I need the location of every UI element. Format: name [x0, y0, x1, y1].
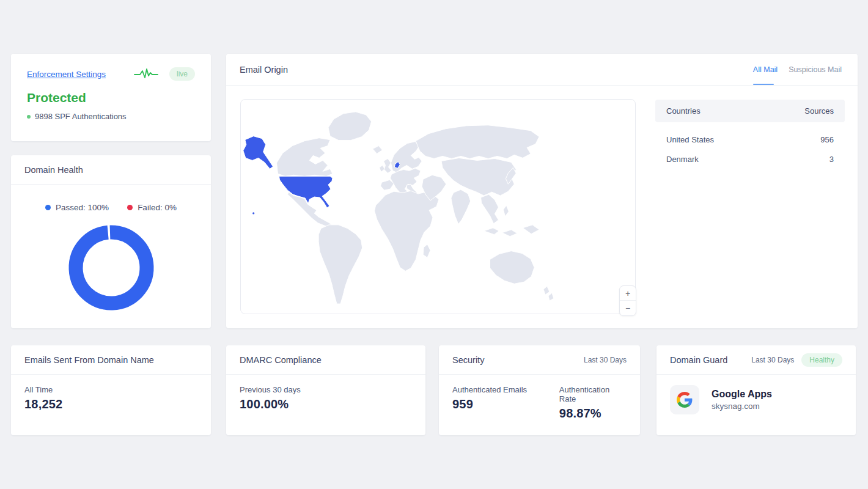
tab-all-mail[interactable]: All Mail [753, 54, 778, 85]
google-g-icon [677, 392, 693, 408]
healthy-badge: Healthy [801, 353, 842, 367]
activity-pulse-icon [134, 67, 158, 81]
dmarc-value: 100.00% [240, 397, 412, 411]
email-origin-card: Email Origin All Mail Suspicious Mail [226, 54, 858, 328]
failed-dot-icon [127, 205, 133, 210]
protection-status: Protected [27, 90, 195, 105]
zoom-out-button[interactable]: − [620, 301, 636, 315]
map-land [277, 112, 554, 304]
provider-tile [670, 385, 699, 414]
tab-suspicious-mail[interactable]: Suspicious Mail [789, 54, 842, 85]
domain-guard-card: Domain Guard Last 30 Days Healthy Google… [657, 345, 856, 435]
emails-sent-value: 18,252 [24, 397, 197, 411]
authentication-rate-value: 98.87% [559, 406, 627, 421]
sources-cell: 956 [820, 135, 834, 144]
dashboard-page: Enforcement Settings live Protected 9898… [0, 0, 868, 489]
country-cell: Denmark [666, 155, 699, 164]
sources-cell: 3 [829, 155, 834, 164]
dmarc-title: DMARC Compliance [240, 355, 322, 365]
emails-sent-period: All Time [24, 385, 197, 394]
domain-guard-period: Last 30 Days [751, 356, 794, 364]
donut-legend: Passed: 100% Failed: 0% [11, 203, 211, 212]
domain-health-card: Domain Health Passed: 100% Failed: 0% [11, 155, 211, 328]
email-origin-title: Email Origin [240, 65, 288, 75]
zoom-in-button[interactable]: + [620, 286, 636, 301]
legend-item-passed: Passed: 100% [45, 203, 109, 212]
map-hawaii-dot [252, 212, 254, 214]
legend-failed-label: Failed: 0% [138, 203, 177, 212]
table-row: Denmark 3 [655, 149, 845, 169]
sources-header-cell: Sources [804, 106, 834, 116]
domain-guard-title: Domain Guard [670, 355, 727, 365]
emails-sent-card: Emails Sent From Domain Name All Time 18… [11, 345, 211, 435]
enforcement-settings-link[interactable]: Enforcement Settings [27, 70, 106, 79]
countries-header-cell: Countries [666, 106, 701, 116]
security-period: Last 30 Days [584, 356, 627, 364]
domain-health-title: Domain Health [24, 165, 83, 175]
legend-item-failed: Failed: 0% [127, 203, 177, 212]
legend-passed-label: Passed: 100% [56, 203, 109, 212]
mail-tabs: All Mail Suspicious Mail [753, 54, 842, 85]
authenticated-emails-label: Authenticated Emails [452, 385, 559, 394]
countries-table-header: Countries Sources [655, 100, 845, 122]
world-map[interactable]: + − [240, 99, 636, 314]
table-row: United States 956 [655, 130, 845, 149]
spf-authentications-label: 9898 SPF Authentications [35, 112, 127, 121]
spf-authentications: 9898 SPF Authentications [27, 112, 195, 121]
live-badge: live [169, 67, 195, 81]
map-zoom-control: + − [619, 285, 636, 316]
green-dot-icon [27, 115, 31, 119]
world-map-svg [241, 100, 635, 314]
security-title: Security [452, 355, 484, 365]
dmarc-period: Previous 30 days [240, 385, 412, 394]
provider-name: Google Apps [712, 389, 772, 400]
dmarc-compliance-card: DMARC Compliance Previous 30 days 100.00… [226, 345, 425, 435]
enforcement-settings-card: Enforcement Settings live Protected 9898… [11, 54, 211, 141]
authenticated-emails-value: 959 [452, 397, 559, 411]
map-country-alaska [243, 136, 273, 169]
emails-sent-title: Emails Sent From Domain Name [24, 355, 154, 365]
security-card: Security Last 30 Days Authenticated Emai… [439, 345, 640, 435]
authentication-rate-label: Authentication Rate [559, 385, 627, 403]
domain-health-donut-chart [65, 222, 157, 314]
provider-domain: skysnag.com [712, 402, 772, 411]
country-cell: United States [666, 135, 714, 144]
countries-table: Countries Sources United States 956 Denm… [655, 100, 845, 169]
passed-dot-icon [45, 205, 51, 210]
